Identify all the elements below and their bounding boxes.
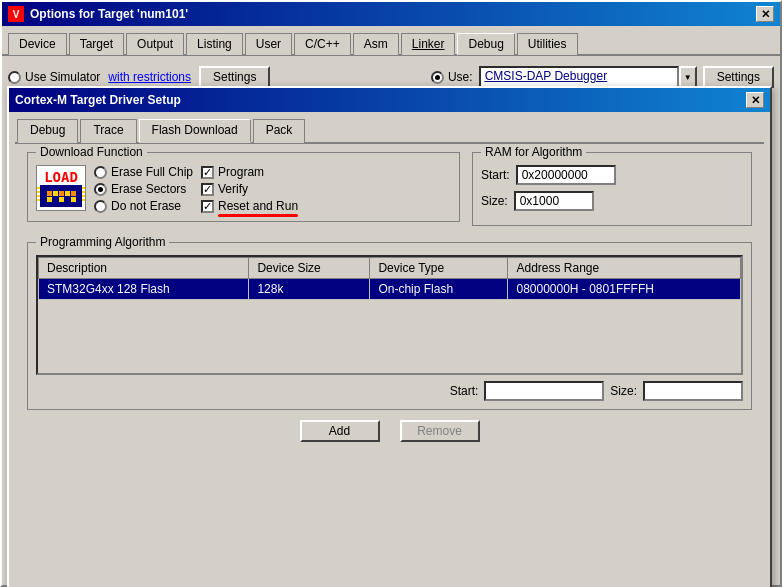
tab-asm[interactable]: Asm: [353, 33, 399, 55]
algorithm-table: Description Device Size Device Type Addr…: [38, 257, 741, 300]
ram-size-row: Size:: [481, 191, 743, 211]
col-description: Description: [39, 258, 249, 279]
inner-tab-bar: Debug Trace Flash Download Pack: [9, 112, 770, 142]
cell-address-range: 08000000H - 0801FFFFH: [508, 279, 741, 300]
tab-user[interactable]: User: [245, 33, 292, 55]
programming-algorithm-group: Programming Algorithm Description Device…: [27, 242, 752, 410]
download-inner: LOAD: [36, 165, 451, 213]
erase-sectors-radio-btn[interactable]: [94, 183, 107, 196]
algo-size-label: Size:: [610, 384, 637, 398]
button-row: Add Remove: [27, 420, 752, 442]
inner-tab-flash-download[interactable]: Flash Download: [139, 119, 251, 143]
algo-size-input[interactable]: [643, 381, 743, 401]
add-button[interactable]: Add: [300, 420, 380, 442]
tab-target[interactable]: Target: [69, 33, 124, 55]
erase-full-chip-radio-btn[interactable]: [94, 166, 107, 179]
ram-start-label: Start:: [481, 168, 510, 182]
erase-sectors-radio[interactable]: Erase Sectors: [94, 182, 193, 196]
col-device-type: Device Type: [370, 258, 508, 279]
ram-size-label: Size:: [481, 194, 508, 208]
debugger-combo[interactable]: CMSIS-DAP Debugger ▼: [479, 66, 697, 88]
inner-tab-debug[interactable]: Debug: [17, 119, 78, 143]
app-icon: V: [8, 6, 24, 22]
outer-tab-bar: Device Target Output Listing User C/C++ …: [2, 26, 780, 56]
chip-graphic: [40, 185, 82, 207]
do-not-erase-label: Do not Erase: [111, 199, 181, 213]
download-function-group: Download Function LOAD: [27, 152, 460, 222]
top-section: Download Function LOAD: [27, 152, 752, 234]
tab-cc[interactable]: C/C++: [294, 33, 351, 55]
col-device-size: Device Size: [249, 258, 370, 279]
algo-start-input[interactable]: [484, 381, 604, 401]
outer-window: V Options for Target 'num101' ✕ Device T…: [0, 0, 782, 587]
outer-titlebar: V Options for Target 'num101' ✕: [2, 2, 780, 26]
program-checkbox[interactable]: ✓: [201, 166, 214, 179]
cell-description: STM32G4xx 128 Flash: [39, 279, 249, 300]
outer-content: Use Simulator with restrictions Settings…: [2, 56, 780, 116]
tab-linker[interactable]: Linker: [401, 33, 456, 55]
reset-run-checkbox[interactable]: ✓: [201, 200, 214, 213]
ram-algorithm-col: RAM for Algorithm Start: Size:: [472, 152, 752, 234]
reset-run-check-row[interactable]: ✓ Reset and Run: [201, 199, 298, 213]
program-label: Program: [218, 165, 264, 179]
load-text: LOAD: [44, 169, 78, 185]
do-not-erase-radio-btn[interactable]: [94, 200, 107, 213]
tab-output[interactable]: Output: [126, 33, 184, 55]
program-check-row[interactable]: ✓ Program: [201, 165, 298, 179]
inner-titlebar: Cortex-M Target Driver Setup ✕: [9, 88, 770, 112]
inner-window-title: Cortex-M Target Driver Setup: [15, 93, 746, 107]
erase-full-chip-label: Erase Full Chip: [111, 165, 193, 179]
tab-debug[interactable]: Debug: [457, 33, 514, 55]
programming-algorithm-legend: Programming Algorithm: [36, 235, 169, 249]
inner-window: Cortex-M Target Driver Setup ✕ Debug Tra…: [7, 86, 772, 587]
remove-button[interactable]: Remove: [400, 420, 480, 442]
cell-device-type: On-chip Flash: [370, 279, 508, 300]
tab-listing[interactable]: Listing: [186, 33, 243, 55]
simulator-settings-button[interactable]: Settings: [199, 66, 270, 88]
use-label: Use:: [448, 70, 473, 84]
tab-device[interactable]: Device: [8, 33, 67, 55]
use-simulator-radio[interactable]: Use Simulator: [8, 70, 100, 84]
chip-pixels: [47, 191, 76, 202]
verify-check-row[interactable]: ✓ Verify: [201, 182, 298, 196]
erase-radio-group: Erase Full Chip Erase Sectors: [94, 165, 193, 213]
use-radio-button[interactable]: [431, 71, 444, 84]
table-header-row: Description Device Size Device Type Addr…: [39, 258, 741, 279]
use-radio[interactable]: Use:: [431, 70, 473, 84]
inner-content: Download Function LOAD: [15, 142, 764, 450]
ram-size-input[interactable]: [514, 191, 594, 211]
tab-utilities[interactable]: Utilities: [517, 33, 578, 55]
ram-start-row: Start:: [481, 165, 743, 185]
inner-tab-pack[interactable]: Pack: [253, 119, 306, 143]
col-address-range: Address Range: [508, 258, 741, 279]
do-not-erase-radio[interactable]: Do not Erase: [94, 199, 193, 213]
outer-window-title: Options for Target 'num101': [30, 7, 756, 21]
ram-algorithm-legend: RAM for Algorithm: [481, 145, 586, 159]
erase-full-chip-radio[interactable]: Erase Full Chip: [94, 165, 193, 179]
simulator-label: Use Simulator: [25, 70, 100, 84]
ram-start-input[interactable]: [516, 165, 616, 185]
use-debugger-row: Use: CMSIS-DAP Debugger ▼ Settings: [431, 66, 774, 88]
restrictions-link[interactable]: with restrictions: [108, 70, 191, 84]
algorithm-table-container: Description Device Size Device Type Addr…: [36, 255, 743, 375]
load-icon: LOAD: [36, 165, 86, 211]
table-row[interactable]: STM32G4xx 128 Flash 128k On-chip Flash 0…: [39, 279, 741, 300]
algo-start-size-row: Start: Size:: [36, 381, 743, 401]
inner-tab-trace[interactable]: Trace: [80, 119, 136, 143]
download-function-legend: Download Function: [36, 145, 147, 159]
erase-sectors-label: Erase Sectors: [111, 182, 186, 196]
download-function-col: Download Function LOAD: [27, 152, 460, 234]
algo-start-label: Start:: [450, 384, 479, 398]
cell-device-size: 128k: [249, 279, 370, 300]
simulator-radio-button[interactable]: [8, 71, 21, 84]
ram-algorithm-group: RAM for Algorithm Start: Size:: [472, 152, 752, 226]
debugger-field[interactable]: CMSIS-DAP Debugger: [479, 66, 679, 88]
verify-label: Verify: [218, 182, 248, 196]
debugger-settings-button[interactable]: Settings: [703, 66, 774, 88]
verify-checkbox[interactable]: ✓: [201, 183, 214, 196]
inner-close-button[interactable]: ✕: [746, 92, 764, 108]
outer-close-button[interactable]: ✕: [756, 6, 774, 22]
combo-dropdown-arrow[interactable]: ▼: [679, 66, 697, 88]
reset-run-label: Reset and Run: [218, 199, 298, 213]
program-checkbox-group: ✓ Program ✓ Verify ✓: [201, 165, 298, 213]
